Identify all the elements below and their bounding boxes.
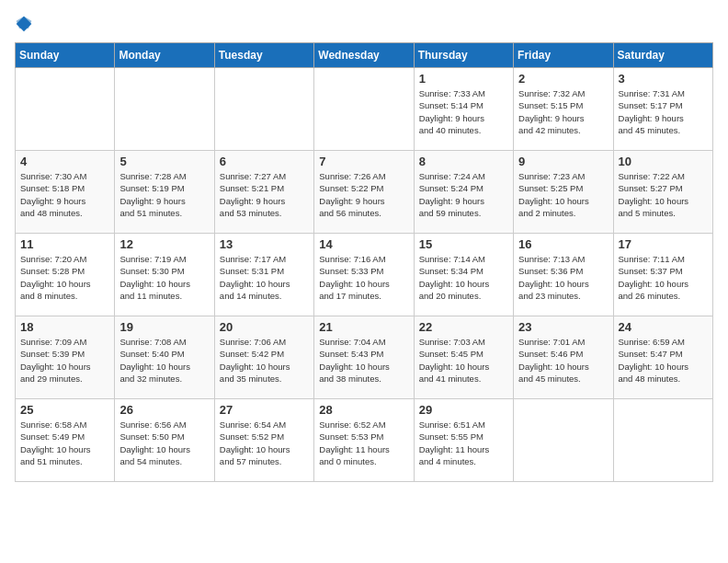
day-info: Sunrise: 6:58 AM Sunset: 5:49 PM Dayligh…	[20, 419, 109, 467]
day-number: 5	[119, 155, 209, 168]
day-info: Sunrise: 7:14 AM Sunset: 5:34 PM Dayligh…	[419, 253, 508, 302]
day-number: 26	[119, 403, 209, 417]
day-number: 11	[20, 237, 109, 251]
calendar-cell: 2Sunrise: 7:32 AM Sunset: 5:15 PM Daylig…	[514, 68, 613, 151]
calendar-week-row: 4Sunrise: 7:30 AM Sunset: 5:18 PM Daylig…	[16, 151, 713, 234]
calendar-header-cell: Thursday	[414, 43, 513, 68]
day-info: Sunrise: 6:52 AM Sunset: 5:53 PM Dayligh…	[319, 419, 408, 467]
day-number: 27	[220, 403, 309, 417]
day-info: Sunrise: 7:16 AM Sunset: 5:33 PM Dayligh…	[319, 253, 408, 302]
day-info: Sunrise: 6:56 AM Sunset: 5:50 PM Dayligh…	[119, 419, 209, 467]
calendar-cell: 11Sunrise: 7:20 AM Sunset: 5:28 PM Dayli…	[16, 234, 115, 316]
day-info: Sunrise: 6:54 AM Sunset: 5:52 PM Dayligh…	[220, 419, 309, 467]
calendar-cell	[314, 68, 414, 151]
day-info: Sunrise: 7:27 AM Sunset: 5:21 PM Dayligh…	[220, 170, 309, 219]
day-info: Sunrise: 7:01 AM Sunset: 5:46 PM Dayligh…	[518, 336, 608, 385]
calendar-cell: 9Sunrise: 7:23 AM Sunset: 5:25 PM Daylig…	[514, 151, 613, 234]
calendar-cell	[514, 399, 613, 482]
calendar-cell: 12Sunrise: 7:19 AM Sunset: 5:30 PM Dayli…	[115, 234, 214, 316]
day-info: Sunrise: 7:32 AM Sunset: 5:15 PM Dayligh…	[518, 87, 608, 136]
day-number: 14	[319, 237, 408, 251]
logo-icon	[15, 15, 33, 33]
day-number: 28	[319, 403, 408, 417]
day-info: Sunrise: 7:13 AM Sunset: 5:36 PM Dayligh…	[518, 253, 608, 302]
calendar-cell: 27Sunrise: 6:54 AM Sunset: 5:52 PM Dayli…	[214, 399, 313, 482]
calendar-week-row: 25Sunrise: 6:58 AM Sunset: 5:49 PM Dayli…	[16, 399, 713, 482]
calendar-cell: 21Sunrise: 7:04 AM Sunset: 5:43 PM Dayli…	[314, 316, 414, 399]
day-number: 29	[419, 403, 508, 417]
calendar-cell: 24Sunrise: 6:59 AM Sunset: 5:47 PM Dayli…	[613, 316, 712, 399]
day-number: 18	[20, 320, 109, 334]
day-number: 12	[119, 237, 209, 251]
day-info: Sunrise: 7:04 AM Sunset: 5:43 PM Dayligh…	[319, 336, 408, 385]
day-info: Sunrise: 7:30 AM Sunset: 5:18 PM Dayligh…	[20, 170, 109, 219]
calendar-header-cell: Monday	[115, 43, 214, 68]
calendar-header-cell: Wednesday	[314, 43, 414, 68]
calendar-cell: 16Sunrise: 7:13 AM Sunset: 5:36 PM Dayli…	[514, 234, 613, 316]
day-info: Sunrise: 7:17 AM Sunset: 5:31 PM Dayligh…	[220, 253, 309, 302]
day-number: 16	[518, 237, 608, 251]
calendar-cell: 18Sunrise: 7:09 AM Sunset: 5:39 PM Dayli…	[16, 316, 115, 399]
day-number: 19	[119, 320, 209, 334]
day-info: Sunrise: 6:59 AM Sunset: 5:47 PM Dayligh…	[619, 336, 708, 385]
calendar-cell: 28Sunrise: 6:52 AM Sunset: 5:53 PM Dayli…	[314, 399, 414, 482]
calendar-cell: 14Sunrise: 7:16 AM Sunset: 5:33 PM Dayli…	[314, 234, 414, 316]
day-info: Sunrise: 7:31 AM Sunset: 5:17 PM Dayligh…	[619, 87, 708, 136]
calendar-cell: 1Sunrise: 7:33 AM Sunset: 5:14 PM Daylig…	[414, 68, 513, 151]
calendar-cell	[214, 68, 313, 151]
day-number: 7	[319, 155, 408, 168]
calendar-cell: 29Sunrise: 6:51 AM Sunset: 5:55 PM Dayli…	[414, 399, 513, 482]
day-info: Sunrise: 6:51 AM Sunset: 5:55 PM Dayligh…	[419, 419, 508, 467]
calendar-cell	[613, 399, 712, 482]
day-info: Sunrise: 7:08 AM Sunset: 5:40 PM Dayligh…	[119, 336, 209, 385]
calendar-cell: 15Sunrise: 7:14 AM Sunset: 5:34 PM Dayli…	[414, 234, 513, 316]
day-info: Sunrise: 7:03 AM Sunset: 5:45 PM Dayligh…	[419, 336, 508, 385]
calendar-cell: 26Sunrise: 6:56 AM Sunset: 5:50 PM Dayli…	[115, 399, 214, 482]
calendar-week-row: 1Sunrise: 7:33 AM Sunset: 5:14 PM Daylig…	[16, 68, 713, 151]
calendar-header-row: SundayMondayTuesdayWednesdayThursdayFrid…	[16, 43, 713, 68]
day-info: Sunrise: 7:11 AM Sunset: 5:37 PM Dayligh…	[619, 253, 708, 302]
day-info: Sunrise: 7:23 AM Sunset: 5:25 PM Dayligh…	[518, 170, 608, 219]
day-number: 1	[419, 72, 508, 86]
calendar-cell: 7Sunrise: 7:26 AM Sunset: 5:22 PM Daylig…	[314, 151, 414, 234]
calendar-cell: 10Sunrise: 7:22 AM Sunset: 5:27 PM Dayli…	[613, 151, 712, 234]
day-number: 24	[619, 320, 708, 334]
day-info: Sunrise: 7:06 AM Sunset: 5:42 PM Dayligh…	[220, 336, 309, 385]
calendar-cell: 17Sunrise: 7:11 AM Sunset: 5:37 PM Dayli…	[613, 234, 712, 316]
svg-marker-1	[17, 17, 32, 29]
day-number: 2	[518, 72, 608, 86]
calendar-header-cell: Sunday	[16, 43, 115, 68]
day-number: 25	[20, 403, 109, 417]
day-info: Sunrise: 7:26 AM Sunset: 5:22 PM Dayligh…	[319, 170, 408, 219]
day-number: 23	[518, 320, 608, 334]
header	[15, 15, 713, 33]
calendar-cell	[115, 68, 214, 151]
day-number: 21	[319, 320, 408, 334]
day-number: 20	[220, 320, 309, 334]
calendar-cell: 6Sunrise: 7:27 AM Sunset: 5:21 PM Daylig…	[214, 151, 313, 234]
calendar-cell: 19Sunrise: 7:08 AM Sunset: 5:40 PM Dayli…	[115, 316, 214, 399]
calendar-week-row: 18Sunrise: 7:09 AM Sunset: 5:39 PM Dayli…	[16, 316, 713, 399]
day-info: Sunrise: 7:22 AM Sunset: 5:27 PM Dayligh…	[619, 170, 708, 219]
calendar-cell: 4Sunrise: 7:30 AM Sunset: 5:18 PM Daylig…	[16, 151, 115, 234]
calendar-cell: 23Sunrise: 7:01 AM Sunset: 5:46 PM Dayli…	[514, 316, 613, 399]
calendar-cell: 13Sunrise: 7:17 AM Sunset: 5:31 PM Dayli…	[214, 234, 313, 316]
calendar-body: 1Sunrise: 7:33 AM Sunset: 5:14 PM Daylig…	[16, 68, 713, 482]
logo	[15, 15, 37, 33]
day-number: 10	[619, 155, 708, 168]
calendar-week-row: 11Sunrise: 7:20 AM Sunset: 5:28 PM Dayli…	[16, 234, 713, 316]
day-number: 17	[619, 237, 708, 251]
calendar-cell: 25Sunrise: 6:58 AM Sunset: 5:49 PM Dayli…	[16, 399, 115, 482]
calendar-cell: 8Sunrise: 7:24 AM Sunset: 5:24 PM Daylig…	[414, 151, 513, 234]
calendar-cell: 20Sunrise: 7:06 AM Sunset: 5:42 PM Dayli…	[214, 316, 313, 399]
calendar-header-cell: Friday	[514, 43, 613, 68]
day-number: 4	[20, 155, 109, 168]
calendar-cell: 22Sunrise: 7:03 AM Sunset: 5:45 PM Dayli…	[414, 316, 513, 399]
calendar-cell: 3Sunrise: 7:31 AM Sunset: 5:17 PM Daylig…	[613, 68, 712, 151]
calendar-cell	[16, 68, 115, 151]
day-info: Sunrise: 7:28 AM Sunset: 5:19 PM Dayligh…	[119, 170, 209, 219]
day-number: 15	[419, 237, 508, 251]
day-info: Sunrise: 7:20 AM Sunset: 5:28 PM Dayligh…	[20, 253, 109, 302]
day-number: 8	[419, 155, 508, 168]
day-number: 3	[619, 72, 708, 86]
